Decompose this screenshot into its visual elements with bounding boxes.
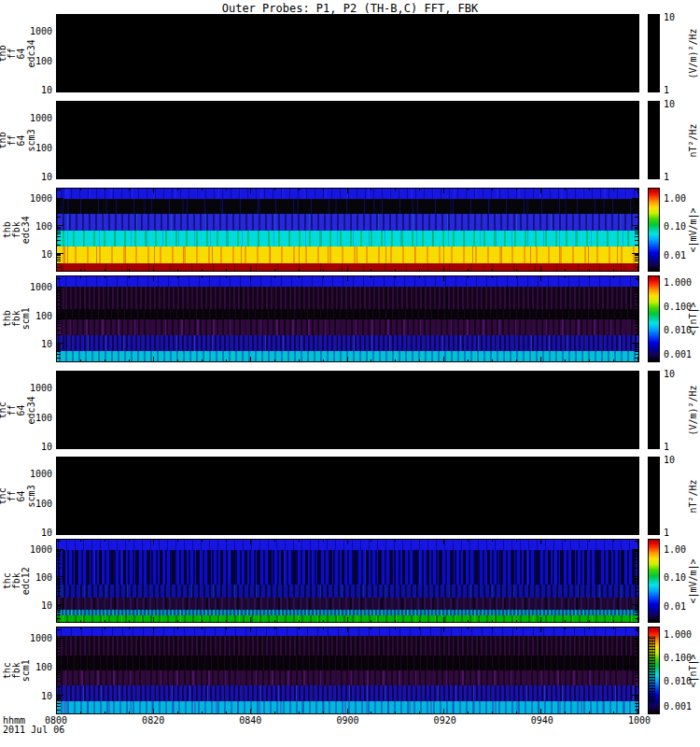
y-tick-mark bbox=[57, 78, 61, 79]
y-tick-mark bbox=[57, 74, 61, 75]
y-tick-mark bbox=[635, 553, 638, 554]
x-tick-mark bbox=[347, 529, 348, 534]
x-tick-mark bbox=[371, 359, 371, 361]
x-tick-mark bbox=[105, 532, 105, 534]
y-tick-mark bbox=[635, 152, 638, 153]
x-tick-mark bbox=[153, 709, 154, 713]
x-tick-mark bbox=[80, 627, 81, 629]
x-tick-mark bbox=[226, 276, 227, 278]
x-tick-mark bbox=[250, 529, 251, 534]
x-tick-mark bbox=[129, 627, 130, 629]
y-tick-mark bbox=[57, 445, 61, 446]
y-tick-mark bbox=[635, 390, 638, 391]
spectrogram-band bbox=[57, 231, 638, 247]
x-tick-mark bbox=[347, 102, 348, 106]
y-tick-mark bbox=[635, 290, 638, 291]
y-tick-mark bbox=[57, 531, 61, 532]
x-tick-mark bbox=[129, 458, 130, 459]
x-tick-mark bbox=[105, 102, 105, 104]
x-tick-mark bbox=[395, 712, 396, 713]
y-tick-mark bbox=[635, 176, 638, 176]
x-tick-mark bbox=[395, 627, 396, 629]
x-tick-mark bbox=[613, 269, 614, 271]
x-tick-mark bbox=[299, 102, 300, 104]
spectrogram-band bbox=[57, 550, 638, 585]
y-tick-mark bbox=[57, 579, 61, 580]
x-tick-mark bbox=[299, 620, 300, 622]
x-tick-mark bbox=[419, 276, 420, 278]
y-tick-mark bbox=[57, 200, 61, 201]
y-tick-mark bbox=[57, 326, 61, 327]
x-tick-mark bbox=[274, 359, 275, 361]
x-tick-mark bbox=[250, 372, 251, 376]
spectrogram-band bbox=[57, 636, 638, 655]
x-tick-mark bbox=[492, 540, 493, 542]
y-tick-label: 10 bbox=[0, 527, 52, 537]
y-tick-mark bbox=[57, 259, 61, 260]
x-tick-mark bbox=[177, 269, 178, 271]
y-tick-mark bbox=[635, 217, 638, 218]
y-tick-label: 1000 bbox=[0, 25, 52, 35]
y-tick-mark bbox=[57, 354, 61, 355]
spectrogram-band bbox=[57, 247, 638, 263]
x-tick-mark bbox=[299, 627, 300, 629]
y-tick-mark bbox=[57, 378, 61, 379]
y-tick-mark bbox=[635, 639, 638, 640]
x-tick-mark bbox=[153, 189, 154, 193]
x-tick-mark bbox=[129, 359, 130, 361]
x-tick-mark bbox=[129, 372, 130, 374]
y-tick-mark bbox=[635, 157, 638, 158]
x-tick-mark bbox=[468, 276, 469, 278]
spectrogram-plot-thb-ff-64-scm3 bbox=[56, 101, 639, 179]
y-tick-mark bbox=[57, 34, 61, 35]
x-tick-mark bbox=[105, 627, 105, 629]
colorbar-thb-ff-64-edc34 bbox=[648, 14, 660, 92]
y-tick-mark bbox=[57, 553, 61, 554]
x-tick-mark bbox=[80, 712, 81, 713]
y-tick-mark bbox=[57, 605, 61, 606]
x-tick-mark bbox=[492, 269, 493, 271]
x-tick-mark bbox=[226, 15, 227, 17]
y-tick-mark bbox=[57, 316, 61, 317]
x-tick-mark bbox=[347, 357, 348, 361]
x-tick-mark bbox=[443, 529, 444, 534]
y-tick-mark bbox=[57, 504, 61, 505]
x-tick-mark bbox=[323, 189, 324, 190]
x-tick-mark bbox=[105, 446, 105, 448]
y-tick-mark bbox=[57, 240, 61, 241]
y-tick-mark bbox=[57, 669, 61, 669]
x-tick-mark bbox=[613, 102, 614, 104]
y-tick-mark bbox=[57, 39, 61, 40]
x-tick-mark bbox=[226, 627, 227, 629]
y-tick-mark bbox=[57, 550, 61, 551]
y-tick-mark bbox=[57, 474, 61, 475]
y-tick-mark bbox=[635, 474, 638, 475]
spectrogram-plot-thb-fbk-edc34 bbox=[56, 188, 639, 272]
y-tick-mark bbox=[635, 126, 638, 127]
y-tick-mark bbox=[57, 642, 61, 643]
x-tick-mark bbox=[299, 372, 300, 374]
x-tick-mark bbox=[250, 444, 251, 448]
y-tick-mark bbox=[635, 583, 638, 584]
x-tick-mark bbox=[492, 712, 493, 713]
y-tick-mark bbox=[57, 199, 61, 200]
spectrogram-band bbox=[57, 263, 638, 271]
time-axis-date: 2011 Jul 06 bbox=[3, 725, 64, 735]
x-tick-mark bbox=[250, 276, 251, 281]
x-tick-mark bbox=[443, 357, 444, 361]
y-tick-mark bbox=[57, 476, 61, 477]
x-tick-mark bbox=[323, 540, 324, 542]
x-tick-mark bbox=[613, 90, 614, 92]
colorbar-thb-fbk-edc34 bbox=[648, 188, 660, 272]
y-tick-mark bbox=[635, 227, 638, 228]
y-tick-label: 10 bbox=[0, 691, 52, 701]
y-tick-mark bbox=[57, 334, 61, 335]
x-tick-mark bbox=[177, 532, 178, 534]
x-tick-mark bbox=[589, 458, 590, 459]
y-tick-mark bbox=[57, 62, 61, 63]
x-tick-mark bbox=[129, 532, 130, 534]
y-tick-mark bbox=[635, 34, 638, 35]
x-tick-mark bbox=[80, 276, 81, 278]
y-tick-mark bbox=[57, 459, 61, 460]
y-tick-mark bbox=[57, 176, 61, 176]
